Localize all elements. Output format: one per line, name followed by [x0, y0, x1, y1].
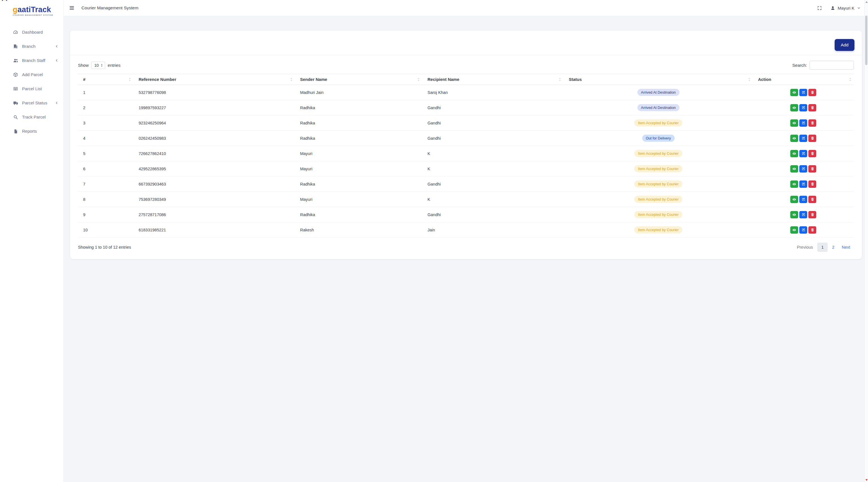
pagination-2[interactable]: 2 — [829, 243, 838, 252]
action-cell — [753, 222, 854, 237]
sender-name: Radhika — [295, 100, 423, 115]
edit-button[interactable] — [799, 165, 807, 173]
scrollbar-up-arrow[interactable] — [865, 1, 868, 3]
trash-icon — [811, 197, 814, 201]
delete-button[interactable] — [808, 196, 816, 203]
recipient-name: Jain — [422, 222, 564, 237]
sidebar-item-label: Dashboard — [22, 29, 43, 35]
page-content: Add Show 10 entries Searc — [64, 16, 868, 267]
view-button[interactable] — [790, 211, 798, 218]
status-cell: Item Accepted by Courier — [564, 161, 753, 176]
pagination-next[interactable]: Next — [838, 243, 854, 252]
sidebar-item-parcel-status[interactable]: Parcel Status — [0, 96, 63, 110]
column-header-status[interactable]: Status — [564, 74, 753, 85]
add-button[interactable]: Add — [835, 39, 855, 51]
eye-icon — [792, 197, 796, 201]
delete-button[interactable] — [808, 150, 816, 157]
view-button[interactable] — [790, 165, 798, 173]
delete-button[interactable] — [808, 211, 816, 218]
column-header-sender-name[interactable]: Sender Name — [295, 74, 423, 85]
row-number: 7 — [78, 176, 133, 192]
action-cell — [753, 131, 854, 146]
brand-logo[interactable]: gaatiTrack COURIER MANAGEMENT SYSTEM — [0, 0, 63, 19]
recipient-name: Gandhi — [422, 131, 564, 146]
view-button[interactable] — [790, 226, 798, 234]
pagination-previous[interactable]: Previous — [794, 243, 816, 252]
column-header-action[interactable]: Action — [753, 74, 854, 85]
sidebar-item-branch[interactable]: Branch — [0, 39, 63, 53]
recipient-name: Gandhi — [422, 207, 564, 222]
delete-button[interactable] — [808, 180, 816, 188]
fullscreen-icon[interactable] — [817, 6, 822, 10]
hamburger-menu-icon[interactable] — [69, 5, 74, 11]
page-size-control: Show 10 entries — [78, 62, 120, 69]
sidebar-item-track-parcel[interactable]: Track Parcel — [0, 110, 63, 124]
edit-button[interactable] — [799, 135, 807, 142]
column-header-recipient-name[interactable]: Recipient Name — [422, 74, 564, 85]
delete-button[interactable] — [808, 119, 816, 127]
trash-icon — [811, 228, 814, 232]
eye-icon — [792, 167, 796, 171]
view-button[interactable] — [790, 135, 798, 142]
delete-button[interactable] — [808, 89, 816, 96]
scrollbar-down-arrow[interactable] — [865, 479, 868, 481]
edit-button[interactable] — [799, 119, 807, 127]
reference-number: 275728717086 — [133, 207, 295, 222]
sidebar-item-label: Parcel List — [22, 86, 42, 92]
action-cell — [753, 192, 854, 207]
delete-button[interactable] — [808, 226, 816, 234]
trash-icon — [811, 106, 814, 110]
view-button[interactable] — [790, 180, 798, 188]
status-badge: Arrived At Destination — [638, 89, 680, 96]
view-button[interactable] — [790, 119, 798, 127]
view-button[interactable] — [790, 196, 798, 203]
edit-icon — [802, 136, 806, 140]
delete-button[interactable] — [808, 135, 816, 142]
parcel-status-icon — [13, 100, 19, 106]
table-row: 8753697280349MayuriKItem Accepted by Cou… — [78, 192, 854, 207]
edit-icon — [802, 151, 806, 155]
sidebar-item-label: Branch — [22, 43, 36, 50]
view-button[interactable] — [790, 89, 798, 96]
column-header-[interactable]: # — [78, 74, 133, 85]
chevron-left-icon — [55, 101, 59, 105]
reference-number: 726627862410 — [133, 146, 295, 161]
edit-button[interactable] — [799, 104, 807, 111]
sidebar-item-branch-staff[interactable]: Branch Staff — [0, 53, 63, 67]
view-button[interactable] — [790, 150, 798, 157]
reference-number: 199897593227 — [133, 100, 295, 115]
search-input[interactable] — [809, 61, 854, 69]
search-label: Search: — [792, 63, 807, 67]
eye-icon — [792, 90, 796, 94]
trash-icon — [811, 167, 814, 171]
column-header-reference-number[interactable]: Reference Number — [133, 74, 295, 85]
page-size-select[interactable]: 10 — [91, 62, 105, 69]
sidebar-item-parcel-list[interactable]: Parcel List — [0, 82, 63, 96]
edit-button[interactable] — [799, 89, 807, 96]
view-button[interactable] — [790, 104, 798, 111]
dashboard-icon — [13, 29, 19, 35]
parcel-list-card: Add Show 10 entries Searc — [70, 31, 862, 259]
row-number: 3 — [78, 115, 133, 131]
status-badge: Item Accepted by Courier — [634, 119, 682, 126]
sidebar-item-add-parcel[interactable]: Add Parcel — [0, 67, 63, 82]
eye-icon — [792, 213, 796, 217]
edit-button[interactable] — [799, 226, 807, 234]
edit-button[interactable] — [799, 196, 807, 203]
sidebar-item-reports[interactable]: Reports — [0, 124, 63, 138]
sidebar-item-dashboard[interactable]: Dashboard — [0, 25, 63, 39]
edit-button[interactable] — [799, 150, 807, 157]
delete-button[interactable] — [808, 104, 816, 111]
delete-button[interactable] — [808, 165, 816, 173]
row-number: 10 — [78, 222, 133, 237]
row-number: 1 — [78, 85, 133, 100]
user-menu[interactable]: Mayuri K — [830, 6, 861, 10]
edit-button[interactable] — [799, 180, 807, 188]
status-cell: Item Accepted by Courier — [564, 222, 753, 237]
action-cell — [753, 146, 854, 161]
scrollbar-thumb[interactable] — [865, 16, 867, 65]
sort-icon — [290, 78, 292, 81]
pagination-1[interactable]: 1 — [817, 243, 828, 252]
window-scrollbar[interactable] — [864, 0, 868, 482]
edit-button[interactable] — [799, 211, 807, 218]
